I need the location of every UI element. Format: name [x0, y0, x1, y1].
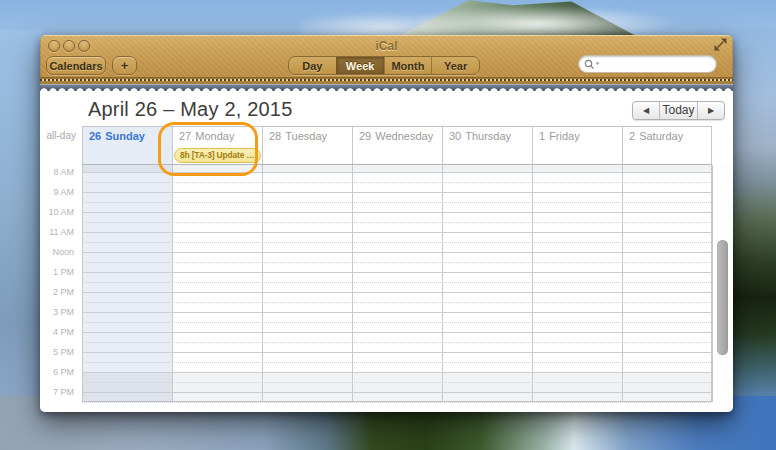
hour-grid[interactable] — [82, 165, 712, 402]
window-title: iCal — [375, 39, 397, 53]
search-dropdown-icon — [596, 63, 600, 66]
day-number: 30 — [449, 130, 461, 142]
titlebar[interactable]: iCal Calendars + Day Week Month Year — [40, 35, 733, 84]
time-label: 11 AM — [49, 227, 74, 237]
prev-week-button[interactable]: ◀ — [633, 102, 659, 119]
time-label: 1 PM — [53, 267, 74, 277]
day-name: Friday — [549, 130, 580, 142]
search-icon — [584, 59, 601, 71]
tab-month[interactable]: Month — [384, 57, 432, 74]
time-gutter: 8 AM 9 AM 10 AM 11 AM Noon 1 PM 2 PM 3 P… — [40, 165, 78, 402]
day-header-tuesday[interactable]: 28Tuesday — [262, 127, 352, 164]
time-label: 10 AM — [48, 207, 74, 217]
zoom-button[interactable] — [78, 40, 90, 52]
wallpaper-water-left — [0, 30, 42, 450]
day-name: Thursday — [465, 130, 511, 142]
day-name: Sunday — [105, 130, 145, 142]
time-label: 2 PM — [53, 287, 74, 297]
day-name: Wednesday — [375, 130, 433, 142]
calendars-button[interactable]: Calendars — [46, 56, 106, 75]
time-label: 3 PM — [53, 307, 74, 317]
tab-year[interactable]: Year — [431, 57, 479, 74]
fullscreen-icon[interactable] — [714, 38, 727, 51]
day-header-thursday[interactable]: 30Thursday — [442, 127, 532, 164]
add-event-button[interactable]: + — [112, 56, 137, 75]
scrollbar-track[interactable] — [712, 165, 733, 402]
time-label: 6 PM — [53, 367, 74, 377]
search-input[interactable] — [578, 55, 717, 73]
next-week-button[interactable]: ▶ — [698, 102, 724, 119]
stitch-divider — [40, 77, 733, 84]
time-label: 9 AM — [53, 187, 74, 197]
all-day-label: all-day — [40, 130, 76, 141]
tab-day[interactable]: Day — [289, 57, 336, 74]
time-label: 8 AM — [53, 167, 74, 177]
day-number: 2 — [629, 130, 635, 142]
view-switcher: Day Week Month Year — [288, 56, 480, 75]
day-header-saturday[interactable]: 2Saturday — [622, 127, 712, 164]
day-number: 1 — [539, 130, 545, 142]
close-button[interactable] — [48, 40, 60, 52]
column-grid-lines — [82, 165, 711, 401]
day-number: 29 — [359, 130, 371, 142]
day-header-friday[interactable]: 1Friday — [532, 127, 622, 164]
time-label: Noon — [52, 247, 74, 257]
day-name: Saturday — [639, 130, 683, 142]
calendar-content: April 26 – May 2, 2015 ◀ Today ▶ all-day… — [40, 91, 733, 412]
today-button[interactable]: Today — [659, 102, 698, 119]
day-name: Tuesday — [285, 130, 327, 142]
annotation-highlight-ring — [158, 122, 258, 176]
time-label: 7 PM — [53, 387, 74, 397]
minimize-button[interactable] — [63, 40, 75, 52]
day-header-wednesday[interactable]: 29Wednesday — [352, 127, 442, 164]
ical-window: iCal Calendars + Day Week Month Year Apr… — [40, 35, 733, 412]
scrollbar-thumb[interactable] — [717, 240, 728, 355]
day-number: 26 — [89, 130, 101, 142]
date-navigation: ◀ Today ▶ — [632, 101, 725, 120]
tab-week[interactable]: Week — [336, 57, 384, 74]
time-label: 4 PM — [53, 327, 74, 337]
time-label: 5 PM — [53, 347, 74, 357]
day-number: 28 — [269, 130, 281, 142]
date-range-title: April 26 – May 2, 2015 — [88, 98, 293, 121]
